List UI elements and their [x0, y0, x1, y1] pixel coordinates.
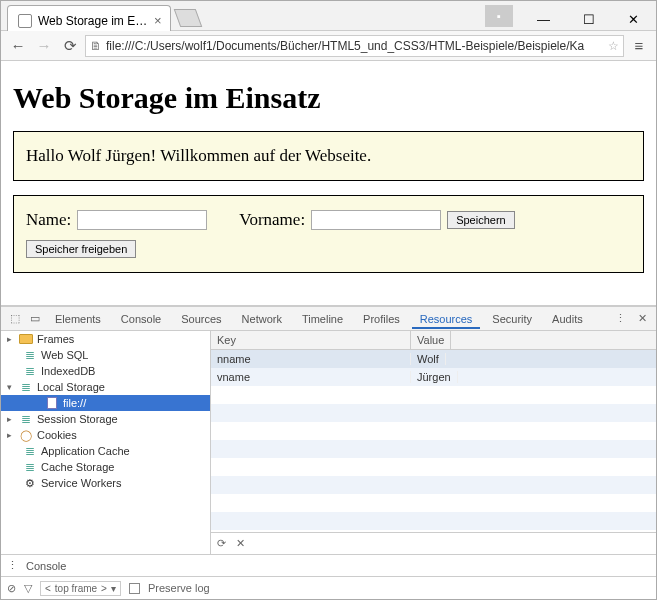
- col-key[interactable]: Key: [211, 331, 411, 349]
- label-vorname: Vorname:: [239, 210, 305, 230]
- tree-appcache[interactable]: ≣Application Cache: [1, 443, 210, 459]
- tab-security[interactable]: Security: [484, 309, 540, 329]
- page-heading: Web Storage im Einsatz: [13, 81, 644, 115]
- page-content: Web Storage im Einsatz Hallo Wolf Jürgen…: [1, 61, 656, 305]
- new-tab-button[interactable]: [173, 9, 202, 27]
- device-icon[interactable]: ▭: [27, 311, 43, 327]
- tree-cookies[interactable]: ▸◯Cookies: [1, 427, 210, 443]
- close-window-button[interactable]: ✕: [611, 5, 656, 33]
- refresh-icon[interactable]: ⟳: [217, 537, 226, 550]
- tab-network[interactable]: Network: [234, 309, 290, 329]
- drawer-tab-console[interactable]: Console: [26, 560, 66, 572]
- clear-console-icon[interactable]: ⊘: [7, 582, 16, 595]
- bookmark-star-icon[interactable]: ☆: [608, 39, 619, 53]
- tab-timeline[interactable]: Timeline: [294, 309, 351, 329]
- file-icon: 🗎: [90, 39, 102, 53]
- tree-cachestorage[interactable]: ≣Cache Storage: [1, 459, 210, 475]
- back-button[interactable]: ←: [7, 35, 29, 57]
- tree-localstorage-file[interactable]: file://: [1, 395, 210, 411]
- inspect-icon[interactable]: ⬚: [7, 311, 23, 327]
- drawer-menu-icon[interactable]: ⋮: [7, 559, 18, 572]
- devtools-close-icon[interactable]: ✕: [634, 311, 650, 327]
- tab-profiles[interactable]: Profiles: [355, 309, 408, 329]
- form-box: Name: Vorname: Speichern Speicher freige…: [13, 195, 644, 273]
- table-row[interactable]: nname Wolf: [211, 350, 656, 368]
- forward-button[interactable]: →: [33, 35, 55, 57]
- resources-tree: ▸Frames ≣Web SQL ≣IndexedDB ▾≣Local Stor…: [1, 331, 211, 554]
- preserve-log-label: Preserve log: [148, 582, 210, 594]
- user-icon[interactable]: ▪: [485, 5, 513, 27]
- input-name[interactable]: [77, 210, 207, 230]
- tree-frames[interactable]: ▸Frames: [1, 331, 210, 347]
- tree-indexeddb[interactable]: ≣IndexedDB: [1, 363, 210, 379]
- label-name: Name:: [26, 210, 71, 230]
- tab-audits[interactable]: Audits: [544, 309, 591, 329]
- col-value[interactable]: Value: [411, 331, 451, 349]
- tab-console[interactable]: Console: [113, 309, 169, 329]
- filter-icon[interactable]: ▽: [24, 582, 32, 595]
- storage-table: Key Value nname Wolf vname Jürgen ⟳ ✕: [211, 331, 656, 554]
- clear-storage-button[interactable]: Speicher freigeben: [26, 240, 136, 258]
- address-bar[interactable]: 🗎 file:///C:/Users/wolf1/Documents/Büche…: [85, 35, 624, 57]
- input-vorname[interactable]: [311, 210, 441, 230]
- reload-button[interactable]: ⟳: [59, 35, 81, 57]
- tree-localstorage[interactable]: ▾≣Local Storage: [1, 379, 210, 395]
- devtools-tabbar: ⬚ ▭ Elements Console Sources Network Tim…: [1, 307, 656, 331]
- tab-resources[interactable]: Resources: [412, 309, 481, 329]
- table-row[interactable]: vname Jürgen: [211, 368, 656, 386]
- close-tab-icon[interactable]: ×: [154, 13, 162, 28]
- browser-toolbar: ← → ⟳ 🗎 file:///C:/Users/wolf1/Documents…: [1, 31, 656, 61]
- tab-title: Web Storage im Eins: [38, 14, 148, 28]
- delete-icon[interactable]: ✕: [236, 537, 245, 550]
- tree-websql[interactable]: ≣Web SQL: [1, 347, 210, 363]
- preserve-log-checkbox[interactable]: [129, 583, 140, 594]
- save-button[interactable]: Speichern: [447, 211, 515, 229]
- devtools-menu-icon[interactable]: ⋮: [612, 311, 628, 327]
- greeting-box: Hallo Wolf Jürgen! Willkommen auf der We…: [13, 131, 644, 181]
- browser-tabstrip: Web Storage im Eins × ▪ — ☐ ✕: [1, 1, 656, 31]
- greeting-text: Hallo Wolf Jürgen! Willkommen auf der We…: [26, 146, 371, 165]
- tab-elements[interactable]: Elements: [47, 309, 109, 329]
- minimize-button[interactable]: —: [521, 5, 566, 33]
- page-icon: [18, 14, 32, 28]
- maximize-button[interactable]: ☐: [566, 5, 611, 33]
- devtools-panel: ⬚ ▭ Elements Console Sources Network Tim…: [1, 305, 656, 599]
- tree-sessionstorage[interactable]: ▸≣Session Storage: [1, 411, 210, 427]
- url-text: file:///C:/Users/wolf1/Documents/Bücher/…: [106, 39, 604, 53]
- chrome-menu-button[interactable]: ≡: [628, 35, 650, 57]
- frame-selector[interactable]: <top frame> ▾: [40, 581, 121, 596]
- tree-serviceworkers[interactable]: ⚙Service Workers: [1, 475, 210, 491]
- browser-tab[interactable]: Web Storage im Eins ×: [7, 5, 171, 31]
- console-drawer: ⋮ Console ⊘ ▽ <top frame> ▾ Preserve log: [1, 554, 656, 599]
- tab-sources[interactable]: Sources: [173, 309, 229, 329]
